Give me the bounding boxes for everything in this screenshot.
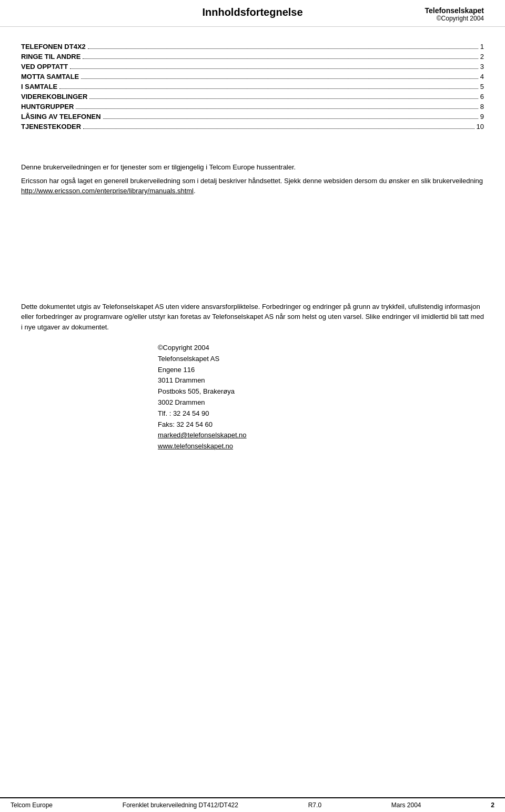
footer-col3: R7.0 [308,801,321,809]
toc-item: I SAMTALE 5 [21,83,484,91]
toc-dots [103,113,478,119]
toc-label: TJENESTEKODER [21,123,81,131]
footer-col2: Forenklet brukerveiledning DT412/DT422 [123,801,238,809]
toc-item: HUNTGRUPPER 8 [21,103,484,111]
footer-page-num: 2 [491,801,494,809]
toc-page: 9 [480,113,484,121]
page-footer: Telcom Europe Forenklet brukerveiledning… [0,797,505,812]
page-title: Innholdsfortegnelse [202,6,302,18]
toc-item: MOTTA SAMTALE 4 [21,73,484,81]
toc-label: I SAMTALE [21,83,57,91]
page-header: Innholdsfortegnelse Telefonselskapet ©Co… [0,0,505,27]
toc-label: VED OPPTATT [21,63,68,71]
copyright-line7: Tlf. : 32 24 54 90 [158,408,484,419]
toc-dots [76,103,478,109]
copyright-website: www.telefonselskapet.no [158,441,484,452]
copyright-line8: Faks: 32 24 54 60 [158,419,484,430]
company-name: Telefonselskapet [425,6,484,15]
toc-dots [89,93,478,99]
copyright-email: marked@telefonselskapet.no [158,430,484,441]
copyright-line3: Engene 116 [158,365,484,376]
desc-link-suffix: . [194,187,196,195]
toc-dots [70,63,478,69]
toc-label: MOTTA SAMTALE [21,73,79,81]
toc-label: HUNTGRUPPER [21,103,74,111]
toc-page: 10 [477,123,484,131]
toc-page: 6 [480,93,484,101]
toc-page: 1 [480,43,484,51]
desc-line2: Ericsson har også laget en generell bruk… [21,176,484,196]
bottom-para1-text: Dette dokumentet utgis av Telefonselskap… [21,303,484,331]
toc-section: TELEFONEN DT4X2 1 RINGE TIL ANDRE 2 VED … [21,43,484,131]
page-content: TELEFONEN DT4X2 1 RINGE TIL ANDRE 2 VED … [0,27,505,494]
toc-page: 2 [480,53,484,61]
bottom-section: Dette dokumentet utgis av Telefonselskap… [21,302,484,333]
desc-line1: Denne brukerveiledningen er for tjeneste… [21,162,484,173]
toc-page: 4 [480,73,484,81]
toc-page: 5 [480,83,484,91]
desc-link[interactable]: http://www.ericsson.com/enterprise/libra… [21,187,194,195]
bottom-para1: Dette dokumentet utgis av Telefonselskap… [21,302,484,333]
footer-col1: Telcom Europe [11,801,53,809]
copyright-block: ©Copyright 2004 Telefonselskapet AS Enge… [158,343,484,452]
toc-dots [88,43,478,49]
copyright-line6: 3002 Drammen [158,397,484,408]
header-right: Telefonselskapet ©Copyright 2004 [400,6,484,22]
header-copyright: ©Copyright 2004 [437,15,484,22]
toc-dots [59,83,478,89]
description-section: Denne brukerveiledningen er for tjeneste… [21,162,484,196]
toc-item: TELEFONEN DT4X2 1 [21,43,484,51]
copyright-website-link[interactable]: www.telefonselskapet.no [158,442,233,450]
toc-item: LÅSING AV TELEFONEN 9 [21,113,484,121]
toc-item: TJENESTEKODER 10 [21,123,484,131]
toc-item: RINGE TIL ANDRE 2 [21,53,484,61]
toc-label: RINGE TIL ANDRE [21,53,80,61]
toc-page: 8 [480,103,484,111]
spacer [21,217,484,280]
toc-item: VIDEREKOBLINGER 6 [21,93,484,101]
toc-dots [83,123,474,129]
header-title-area: Innholdsfortegnelse [105,6,400,18]
toc-item: VED OPPTATT 3 [21,63,484,71]
copyright-line1: ©Copyright 2004 [158,343,484,354]
copyright-line4: 3011 Drammen [158,375,484,386]
toc-label: TELEFONEN DT4X2 [21,43,86,51]
copyright-line2: Telefonselskapet AS [158,354,484,365]
toc-dots [83,53,478,59]
toc-page: 3 [480,63,484,71]
toc-label: VIDEREKOBLINGER [21,93,87,101]
toc-label: LÅSING AV TELEFONEN [21,113,101,121]
footer-col4: Mars 2004 [391,801,421,809]
copyright-email-link[interactable]: marked@telefonselskapet.no [158,431,247,439]
toc-dots [81,73,478,79]
desc-line2-text: Ericsson har også laget en generell bruk… [21,177,483,185]
copyright-line5: Postboks 505, Brakerøya [158,386,484,397]
